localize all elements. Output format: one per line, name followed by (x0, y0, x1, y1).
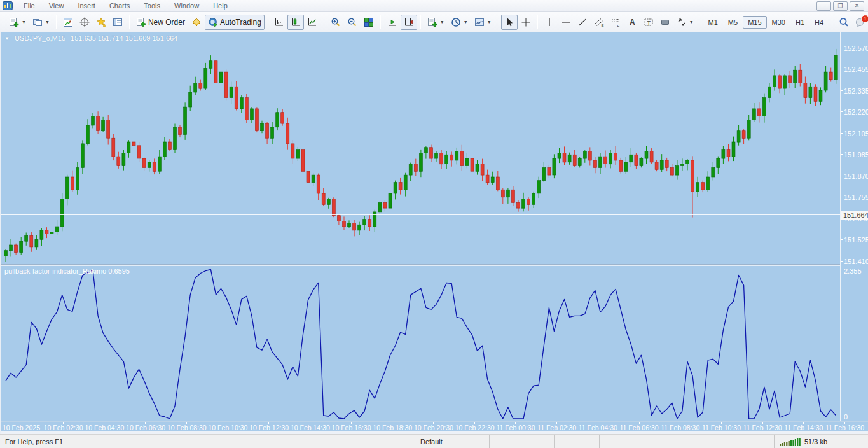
status-section-empty (490, 435, 555, 448)
menu-view[interactable]: View (42, 1, 71, 11)
tile-windows-button[interactable] (361, 15, 377, 30)
candlestick-button[interactable] (287, 15, 304, 30)
timeframe-m30[interactable]: M30 (767, 16, 790, 29)
notifications-button[interactable]: 1 (852, 15, 868, 30)
new-chart-button[interactable]: ▼ (6, 15, 29, 30)
fibonacci-button[interactable]: F (607, 15, 624, 30)
toolbar-separator (324, 15, 324, 29)
data-window-icon (79, 17, 90, 27)
cursor-button[interactable] (501, 15, 518, 30)
price-axis-label: 152.570 (844, 45, 868, 52)
data-window-button[interactable] (76, 15, 93, 30)
toolbar-group: EFAT▼ (539, 14, 699, 31)
profiles-icon (32, 17, 43, 27)
text-label-button[interactable]: T (640, 15, 657, 30)
metaeditor-button[interactable] (188, 15, 205, 30)
indicators-icon (427, 17, 437, 27)
time-axis-label: 11 Feb 14:30 (784, 424, 823, 431)
minimize-button[interactable]: – (816, 1, 831, 11)
autotrading-icon (208, 17, 218, 27)
svg-text:E: E (601, 24, 603, 27)
arrows-button[interactable]: ▼ (673, 15, 697, 30)
timeframe-m15[interactable]: M15 (743, 16, 766, 29)
dropdown-caret-icon[interactable]: ▼ (487, 20, 492, 24)
zoom-in-button[interactable] (327, 15, 344, 30)
line-chart-button[interactable] (304, 15, 320, 30)
window-controls: –❐✕ (816, 1, 868, 11)
timeframe-m1[interactable]: M1 (703, 16, 723, 29)
indicators-button[interactable]: ▼ (424, 15, 448, 30)
templates-button[interactable]: ▼ (471, 15, 495, 30)
metaeditor-icon (191, 17, 202, 27)
text-button[interactable]: A (624, 15, 640, 30)
indicator-pane[interactable]: pullback-factor-indicator_Rakimo 0.6595 (1, 266, 840, 421)
timeframe-h1[interactable]: H1 (790, 16, 809, 29)
dropdown-caret-icon[interactable]: ▼ (689, 20, 694, 24)
bar-chart-button[interactable] (271, 15, 287, 30)
app-logo-icon (3, 1, 13, 10)
time-axis-label: 10 Feb 20:30 (414, 424, 453, 431)
toolbar-separator (129, 15, 130, 29)
toolbar-group: 1 (834, 14, 868, 31)
auto-scroll-button[interactable] (384, 15, 401, 30)
menu-window[interactable]: Window (167, 1, 206, 11)
trendline-icon (577, 17, 588, 27)
dropdown-caret-icon[interactable]: ▼ (464, 20, 468, 24)
toolbar-separator (56, 15, 57, 29)
time-axis-label: 11 Feb 08:30 (661, 424, 699, 431)
price-axis[interactable]: 152.570152.455152.335152.220152.105151.9… (840, 32, 868, 421)
toolbar-separator (420, 15, 421, 29)
crosshair-button[interactable] (518, 15, 534, 30)
chart-shift-button[interactable] (401, 15, 417, 30)
terminal-button[interactable] (109, 15, 126, 30)
equidistant-channel-button[interactable]: E (591, 15, 607, 30)
timeframe-h4[interactable]: H4 (809, 16, 829, 29)
toolbar-group (326, 14, 379, 31)
new-chart-icon (9, 17, 19, 27)
restore-button[interactable]: ❐ (833, 1, 848, 11)
menu-charts[interactable]: Charts (102, 1, 137, 11)
status-profile[interactable]: Default (415, 435, 490, 448)
time-axis-label: 11 Feb 12:30 (743, 424, 782, 431)
timeframe-m5[interactable]: M5 (723, 16, 743, 29)
price-axis-label: 151.870 (844, 172, 868, 180)
menu-insert[interactable]: Insert (71, 1, 102, 11)
toolbar-separator (832, 15, 832, 29)
search-button[interactable] (836, 15, 852, 30)
arrows-icon (677, 17, 687, 27)
autotrading-button[interactable]: AutoTrading (205, 15, 265, 30)
menu-tools[interactable]: Tools (137, 1, 167, 11)
horizontal-line-button[interactable] (558, 15, 574, 30)
toolbar-separator (380, 15, 381, 29)
price-axis-label: 152.455 (844, 66, 868, 73)
notification-badge: 1 (861, 15, 868, 23)
status-traffic: 51/3 kb (804, 438, 827, 445)
menu-help[interactable]: Help (206, 1, 235, 11)
vertical-line-button[interactable] (541, 15, 558, 30)
button-label: New Order (148, 18, 185, 27)
trendline-button[interactable] (574, 15, 591, 30)
line-chart-icon (307, 17, 317, 27)
time-axis-label: 10 Feb 02:30 (44, 424, 83, 431)
dropdown-caret-icon[interactable]: ▼ (440, 20, 444, 24)
chevron-down-icon[interactable]: ▼ (4, 36, 10, 41)
shapes-button[interactable] (657, 15, 673, 30)
toolbar-group (58, 14, 128, 31)
svg-text:A: A (630, 18, 635, 27)
market-watch-button[interactable] (60, 15, 76, 30)
navigator-button[interactable] (93, 15, 109, 30)
connection-bars-icon (780, 437, 801, 446)
zoom-out-button[interactable] (344, 15, 361, 30)
menu-file[interactable]: File (17, 1, 42, 11)
dropdown-caret-icon[interactable]: ▼ (22, 20, 26, 24)
profiles-button[interactable]: ▼ (29, 15, 53, 30)
time-axis[interactable]: 10 Feb 202510 Feb 02:3010 Feb 04:3010 Fe… (1, 421, 868, 431)
vertical-line-icon (544, 17, 555, 27)
status-section-empty (600, 435, 775, 448)
button-label: AutoTrading (220, 18, 261, 27)
close-button[interactable]: ✕ (850, 1, 864, 11)
new-order-button[interactable]: New Order (133, 15, 188, 30)
dropdown-caret-icon[interactable]: ▼ (45, 20, 50, 24)
periods-button[interactable]: ▼ (448, 15, 471, 30)
price-chart-pane[interactable]: ▼ USDJPY_o,M15 151.635 151.714 151.609 1… (1, 32, 840, 264)
